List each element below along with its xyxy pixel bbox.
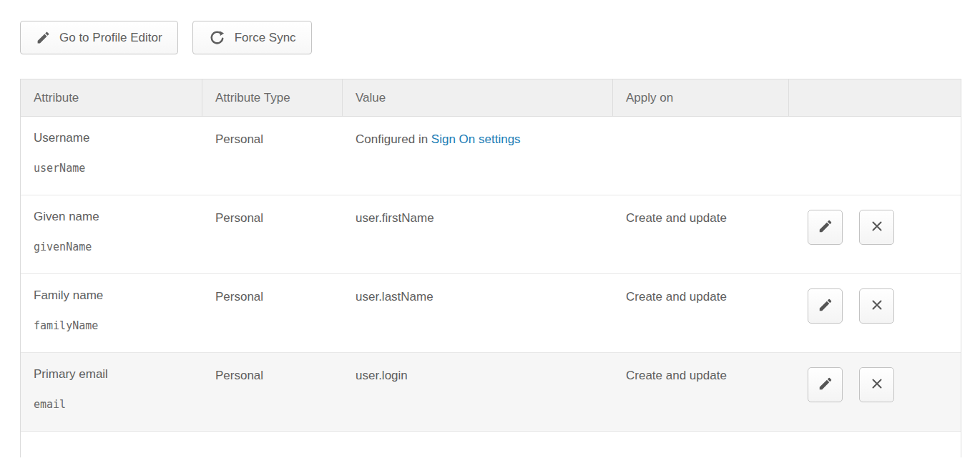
pencil-icon (818, 376, 833, 394)
attribute-variable-name: userName (34, 162, 190, 175)
table-header-row: Attribute Attribute Type Value Apply on (21, 79, 961, 117)
attribute-type-cell: Personal (202, 274, 343, 352)
force-sync-button[interactable]: Force Sync (192, 21, 312, 54)
attribute-mappings-table: Attribute Attribute Type Value Apply on … (20, 79, 961, 432)
force-sync-label: Force Sync (235, 31, 296, 45)
refresh-icon (208, 29, 226, 47)
go-to-profile-editor-label: Go to Profile Editor (59, 31, 162, 45)
value-prefix-text: Configured in (356, 132, 431, 146)
table-row: Given name givenName Personal user.first… (21, 195, 961, 274)
attribute-cell: Primary email email (21, 353, 202, 431)
attribute-type-cell: Personal (202, 195, 343, 273)
column-header-apply-on: Apply on (613, 79, 789, 116)
sign-on-settings-link[interactable]: Sign On settings (431, 132, 521, 146)
value-cell: user.login (343, 353, 613, 431)
attribute-type-cell: Personal (202, 353, 343, 431)
actions-cell-empty (789, 117, 961, 195)
table-row: Family name familyName Personal user.las… (21, 274, 961, 353)
apply-on-cell: Create and update (613, 274, 789, 352)
edit-attribute-button[interactable] (808, 288, 843, 324)
attribute-display-name: Family name (34, 288, 190, 303)
attribute-cell: Username userName (21, 117, 202, 195)
attribute-variable-name: email (34, 398, 190, 411)
actions-cell (789, 274, 961, 352)
attribute-cell: Family name familyName (21, 274, 202, 352)
close-icon (869, 376, 885, 394)
actions-cell (789, 353, 961, 431)
table-row: Username userName Personal Configured in… (21, 117, 961, 195)
go-to-profile-editor-button[interactable]: Go to Profile Editor (20, 21, 178, 54)
column-header-value: Value (343, 79, 613, 116)
delete-attribute-button[interactable] (859, 367, 894, 402)
column-header-attribute-type: Attribute Type (202, 79, 343, 116)
edit-attribute-button[interactable] (808, 210, 843, 245)
pencil-icon (818, 218, 833, 236)
column-header-actions (789, 79, 961, 116)
pencil-icon (818, 297, 833, 315)
actions-cell (789, 195, 961, 273)
apply-on-cell (613, 117, 789, 195)
table-row: Primary email email Personal user.login … (21, 353, 961, 432)
value-cell: user.firstName (343, 195, 613, 273)
attribute-variable-name: givenName (34, 241, 190, 253)
value-cell: Configured in Sign On settings (343, 117, 613, 195)
attribute-variable-name: familyName (34, 319, 190, 332)
attribute-display-name: Given name (34, 210, 190, 224)
attribute-display-name: Primary email (34, 367, 190, 382)
apply-on-cell: Create and update (613, 353, 789, 431)
attribute-cell: Given name givenName (21, 195, 202, 273)
table-row-partial (20, 432, 961, 457)
toolbar: Go to Profile Editor Force Sync (20, 21, 980, 54)
apply-on-cell: Create and update (613, 195, 789, 273)
close-icon (869, 218, 885, 236)
attribute-display-name: Username (34, 131, 190, 145)
value-cell: user.lastName (343, 274, 613, 352)
edit-attribute-button[interactable] (808, 367, 843, 402)
close-icon (869, 297, 885, 315)
column-header-attribute: Attribute (21, 79, 202, 116)
attribute-mappings-page: Go to Profile Editor Force Sync Attribut… (0, 0, 980, 457)
delete-attribute-button[interactable] (859, 288, 894, 324)
pencil-icon (36, 30, 51, 45)
attribute-type-cell: Personal (202, 117, 343, 195)
delete-attribute-button[interactable] (859, 210, 894, 245)
